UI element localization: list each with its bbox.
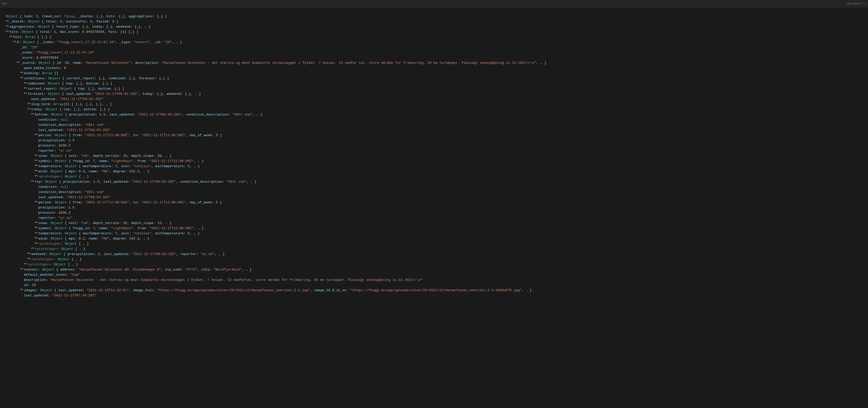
line-content: wind: Object { mps: 0.2, name: "SW", deg… <box>38 169 866 174</box>
line-content: current_report: Object { top: {…}, botto… <box>28 86 866 91</box>
line-content: default_weather_zones: "top" <box>24 272 866 278</box>
expand-arrow[interactable]: ▼ <box>27 257 30 261</box>
output-line: _score: 0.045378584 <box>2 55 866 60</box>
output-line: ▼forecast: Object { last_updated: "2021-… <box>2 91 866 97</box>
output-line: _id: "29" <box>2 45 866 50</box>
line-content: <prototype>: Object { … } <box>38 174 866 179</box>
logs-tab[interactable] <box>860 3 866 4</box>
line-content: contact: Object { address: "Harpefossen … <box>24 267 866 272</box>
line-content: temperature: Object { maxTemperature: 7,… <box>38 231 866 236</box>
expand-arrow[interactable]: ▼ <box>20 267 23 271</box>
output-line: ▼snow: Object { unit: "cm", depth_terrai… <box>2 221 866 226</box>
expand-arrow[interactable]: ▼ <box>6 29 9 33</box>
line-content: today: Object { top: {…}, bottom: {…} } <box>31 107 866 112</box>
warnings-tab[interactable] <box>854 3 859 4</box>
expand-arrow[interactable]: ▼ <box>20 288 23 292</box>
output-line: ▼weekend: Object { precipitation: 2, las… <box>2 252 866 257</box>
expand-arrow[interactable]: ▼ <box>35 200 38 204</box>
output-line: ▼snow: Object { unit: "cm", depth_terrai… <box>2 153 866 159</box>
output-line: ▼booking: Array [] <box>2 71 866 76</box>
output-line: ▼hits: Array [ {…} ] <box>2 35 866 40</box>
output-line: pressure: 1036.3 <box>2 210 866 215</box>
line-content: images: Object { last_updated: "2021-12-… <box>24 288 866 293</box>
expand-arrow[interactable]: ▼ <box>6 24 9 28</box>
line-content: 0: Object { _index: "fnugg_resort_17.12.… <box>17 40 866 45</box>
expand-arrow[interactable]: ▼ <box>6 19 9 23</box>
line-content: booking: Array [] <box>24 71 866 76</box>
expand-arrow[interactable]: ▼ <box>24 81 27 85</box>
output-line: reporter: "yr.no" <box>2 215 866 221</box>
expand-arrow[interactable]: ▼ <box>24 262 27 266</box>
line-content: description: "Harpefossen Skisenter - de… <box>24 278 866 283</box>
line-content: hits: Array [ {…} ] <box>13 35 866 40</box>
errors-tab[interactable] <box>847 3 852 4</box>
output-line: ▼<prototype>: Object { … } <box>2 174 866 179</box>
line-content: pressure: 1036.3 <box>38 210 866 215</box>
expand-arrow[interactable]: ▼ <box>24 91 27 95</box>
expand-arrow[interactable]: ▼ <box>35 241 38 245</box>
expand-arrow[interactable]: ▼ <box>35 226 38 230</box>
output-line: id: 29 <box>2 283 866 288</box>
output-line: ▼bottom: Object { precipitation: 1.5, la… <box>2 112 866 117</box>
output-line: ▼images: Object { last_updated: "2021-12… <box>2 288 866 293</box>
expand-arrow[interactable]: ▼ <box>35 159 38 163</box>
output-line: ▼<prototype>: Object { … } <box>2 257 866 262</box>
output-line: ▼<prototype>: Object { … } <box>2 241 866 246</box>
line-content: pressure: 1036.3 <box>38 143 866 148</box>
output-line: ▼temperature: Object { maxTemperature: 7… <box>2 231 866 236</box>
output-line: precipitation: 1.5 <box>2 205 866 210</box>
line-content: last_updated: "2021-12-17T08:02:28Z" <box>31 97 866 102</box>
expand-arrow[interactable]: ▼ <box>35 164 38 168</box>
expand-arrow[interactable]: ▼ <box>35 231 38 235</box>
output-line: ▼hits: Object { total: 1, max_score: 0.0… <box>2 29 866 35</box>
line-content: _score: 0.045378584 <box>20 55 866 60</box>
output-line: ▼_source: Object { id: 29, name: "Harpef… <box>2 60 866 66</box>
output-line: last_updated: "2021-12-17T08:02:28Z" <box>2 195 866 200</box>
line-content: temperature: Object { maxTemperature: 7,… <box>38 164 866 169</box>
output-line: ▼period: Object { from: "2021-12-17T12:0… <box>2 200 866 205</box>
output-line: condition_description: "Vått snø" <box>2 190 866 195</box>
line-content: condition_description: "Vått snø" <box>38 190 866 195</box>
output-line: ▼symbol: Object { fnugg_id: 7, name: "Li… <box>2 159 866 164</box>
output-line: ▼_shards: Object { total: 5, successful:… <box>2 19 866 24</box>
output-line: default_weather_zones: "top" <box>2 272 866 278</box>
line-content: _source: Object { id: 29, name: "Harpefo… <box>21 60 866 66</box>
expand-arrow[interactable]: ▼ <box>31 246 34 251</box>
output-line: ▼period: Object { from: "2021-12-17T12:0… <box>2 133 866 138</box>
expand-arrow[interactable]: ▼ <box>13 40 16 44</box>
output-line: apen_bakke_tickets: 0 <box>2 66 866 71</box>
output-line: ▼aggregations: Object { resort_type: {…}… <box>2 24 866 29</box>
output-line: ▼top: Object { precipitation: 1.5, last_… <box>2 179 866 184</box>
expand-arrow[interactable]: ▼ <box>31 112 34 116</box>
expand-arrow[interactable]: ▼ <box>35 153 38 157</box>
expand-arrow[interactable]: ▼ <box>35 174 38 178</box>
expand-arrow[interactable]: ▼ <box>35 169 38 173</box>
line-content: <prototype>: Object { … } <box>28 262 866 267</box>
expand-arrow[interactable]: ▼ <box>35 221 38 225</box>
expand-arrow[interactable]: ▼ <box>31 179 34 183</box>
output-line: condition: null <box>2 117 866 122</box>
filter-output-button[interactable] <box>2 3 7 4</box>
output-line: ▼contact: Object { address: "Harpefossen… <box>2 267 866 272</box>
line-content: top: Object { precipitation: 1.5, last_u… <box>35 179 866 184</box>
line-content: aggregations: Object { resort_type: {…},… <box>9 24 866 29</box>
line-content: hits: Object { total: 1, max_score: 0.04… <box>9 29 866 35</box>
expand-arrow[interactable]: ▼ <box>9 35 12 38</box>
line-content: last_updated: "2021-12-17T08:02:28Z" <box>38 195 866 200</box>
line-content: conditions: Object { current_report: {…}… <box>24 76 866 81</box>
expand-arrow[interactable]: ▼ <box>17 60 20 64</box>
output-line: last_updated: "2021-12-17T07:34:28Z" <box>2 293 866 298</box>
expand-arrow[interactable]: ▼ <box>27 107 30 111</box>
expand-arrow[interactable]: ▼ <box>20 76 23 80</box>
expand-arrow[interactable]: ▼ <box>35 236 38 240</box>
expand-arrow[interactable]: ▼ <box>27 252 30 256</box>
line-content: snow: Object { unit: "cm", depth_terrain… <box>38 153 866 159</box>
expand-arrow[interactable]: ▼ <box>27 102 30 106</box>
expand-arrow[interactable]: ▼ <box>35 133 38 137</box>
line-content: condition_description: "Vått snø" <box>38 122 866 128</box>
line-content: last_updated: "2021-12-17T08:05:28Z" <box>38 128 866 133</box>
expand-arrow[interactable]: ▼ <box>20 71 23 75</box>
line-content: snow: Object { unit: "cm", depth_terrain… <box>38 221 866 226</box>
output-line: ▼wind: Object { mps: 0.2, name: "SW", de… <box>2 236 866 241</box>
expand-arrow[interactable]: ▼ <box>24 86 27 90</box>
